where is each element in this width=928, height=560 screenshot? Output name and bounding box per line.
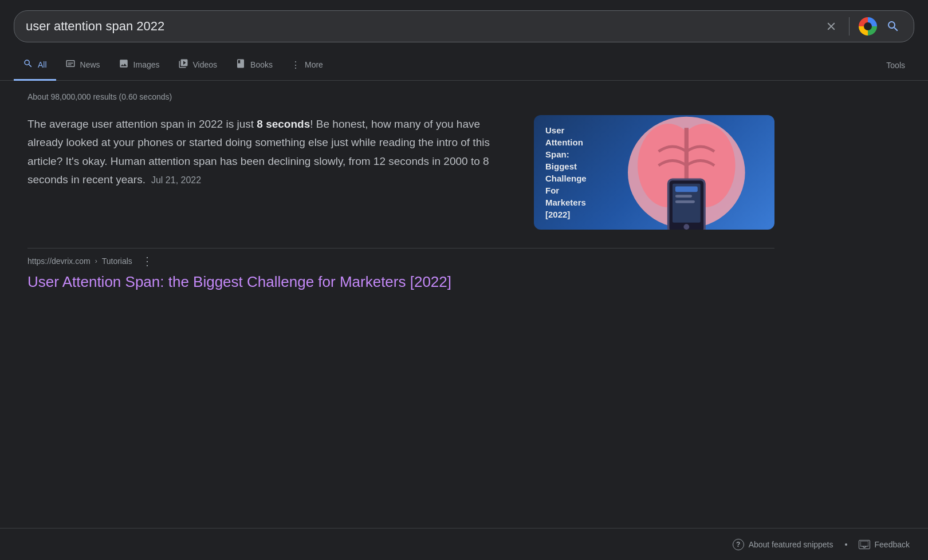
result-title-link[interactable]: User Attention Span: the Biggest Challen… bbox=[27, 273, 451, 290]
breadcrumb: Tutorials bbox=[102, 257, 132, 266]
feedback-label: Feedback bbox=[875, 540, 910, 549]
tab-news[interactable]: News bbox=[56, 50, 109, 81]
search-bar-container bbox=[0, 0, 928, 42]
snippet-text-block: The average user attention span in 2022 … bbox=[27, 115, 511, 230]
snippet-date: Jul 21, 2022 bbox=[151, 175, 201, 185]
search-icon bbox=[886, 19, 900, 33]
tab-more[interactable]: ⋮ More bbox=[282, 52, 332, 80]
news-icon bbox=[65, 58, 76, 71]
clear-button[interactable] bbox=[823, 18, 840, 35]
search-divider bbox=[849, 17, 850, 36]
snippet-bold: 8 seconds bbox=[257, 118, 310, 130]
feedback-icon bbox=[859, 540, 870, 549]
search-button[interactable] bbox=[884, 17, 902, 36]
svg-rect-10 bbox=[675, 186, 698, 192]
breadcrumb-arrow: › bbox=[95, 257, 97, 265]
tab-more-label: More bbox=[305, 60, 323, 69]
result-more-options-button[interactable]: ⋮ bbox=[137, 253, 158, 269]
tab-images-label: Images bbox=[133, 60, 160, 69]
tab-news-label: News bbox=[80, 60, 100, 69]
source-url: https://devrix.com bbox=[27, 257, 91, 266]
brain-illustration bbox=[596, 115, 763, 230]
videos-icon bbox=[178, 58, 188, 71]
svg-rect-13 bbox=[860, 541, 868, 546]
snippet-image-content: User Attention Span: Biggest Challenge F… bbox=[534, 115, 774, 230]
nav-tabs: All News Images Videos Books ⋮ More Tool… bbox=[0, 50, 928, 81]
bottom-bar-dot-divider bbox=[845, 543, 847, 546]
all-icon bbox=[23, 58, 33, 71]
source-link-row: https://devrix.com › Tutorials ⋮ bbox=[27, 253, 774, 269]
tab-books[interactable]: Books bbox=[226, 50, 282, 81]
svg-point-9 bbox=[683, 224, 689, 230]
search-bar bbox=[14, 10, 914, 42]
lens-icon-inner bbox=[864, 22, 872, 30]
svg-rect-11 bbox=[675, 195, 692, 198]
tab-all-label: All bbox=[38, 60, 47, 69]
close-icon bbox=[825, 20, 837, 33]
results-area: About 98,000,000 results (0.60 seconds) … bbox=[0, 81, 802, 303]
snippet-image[interactable]: User Attention Span: Biggest Challenge F… bbox=[534, 115, 774, 230]
images-icon bbox=[119, 58, 129, 71]
featured-snippet: The average user attention span in 2022 … bbox=[27, 115, 774, 230]
feedback-action[interactable]: Feedback bbox=[859, 540, 910, 549]
search-input[interactable] bbox=[26, 19, 823, 34]
tab-videos-label: Videos bbox=[193, 60, 218, 69]
snippet-divider bbox=[27, 248, 774, 249]
tab-images[interactable]: Images bbox=[109, 50, 169, 81]
lens-icon[interactable] bbox=[859, 17, 877, 36]
svg-rect-12 bbox=[675, 200, 695, 203]
search-actions bbox=[823, 17, 902, 36]
tab-videos[interactable]: Videos bbox=[169, 50, 227, 81]
tools-button[interactable]: Tools bbox=[877, 53, 914, 78]
more-dots-icon: ⋮ bbox=[291, 60, 300, 70]
snippet-text-part1: The average user attention span in 2022 … bbox=[27, 118, 257, 130]
bottom-bar: ? About featured snippets Feedback bbox=[0, 528, 928, 560]
snippet-image-title: User Attention Span: Biggest Challenge F… bbox=[545, 124, 587, 220]
books-icon bbox=[235, 58, 246, 71]
question-icon: ? bbox=[733, 539, 744, 550]
tab-books-label: Books bbox=[250, 60, 273, 69]
results-stats: About 98,000,000 results (0.60 seconds) bbox=[27, 92, 774, 101]
about-snippets-label: About featured snippets bbox=[749, 540, 833, 549]
tab-all[interactable]: All bbox=[14, 50, 56, 81]
about-snippets-action[interactable]: ? About featured snippets bbox=[733, 539, 833, 550]
